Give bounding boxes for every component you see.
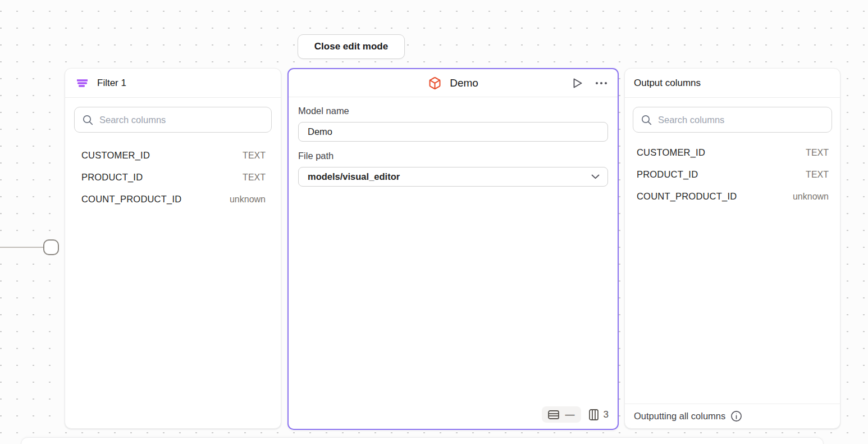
output-panel-header: Output columns bbox=[625, 69, 840, 98]
output-footer-text: Outputting all columns bbox=[634, 411, 725, 422]
connector-port[interactable] bbox=[43, 239, 59, 255]
output-columns-panel: Output columns CUSTOMER_ID TEXT PRODUCT_… bbox=[624, 68, 840, 429]
filter-search-box bbox=[74, 107, 272, 133]
model-panel-header[interactable]: Demo bbox=[289, 69, 618, 97]
column-type: unknown bbox=[793, 192, 829, 202]
row-count-value: — bbox=[565, 410, 575, 419]
column-name: PRODUCT_ID bbox=[81, 172, 143, 183]
search-icon bbox=[83, 115, 93, 125]
output-footer: Outputting all columns bbox=[625, 404, 840, 428]
column-name: PRODUCT_ID bbox=[637, 169, 698, 180]
filter-panel-header[interactable]: Filter 1 bbox=[65, 69, 281, 98]
column-type: TEXT bbox=[806, 148, 829, 158]
close-edit-mode-button[interactable]: Close edit mode bbox=[298, 34, 405, 59]
model-node-panel: Demo Model name File path mo bbox=[287, 68, 619, 430]
column-type: unknown bbox=[230, 194, 266, 205]
list-item[interactable]: CUSTOMER_ID TEXT bbox=[65, 144, 281, 166]
output-panel-title: Output columns bbox=[634, 78, 701, 89]
filter-panel-title: Filter 1 bbox=[97, 78, 126, 89]
model-stats-bar: — 3 bbox=[542, 406, 609, 423]
list-item[interactable]: PRODUCT_ID TEXT bbox=[625, 164, 840, 185]
file-path-select[interactable]: models/visual_editor bbox=[298, 167, 608, 187]
model-name-input[interactable] bbox=[298, 122, 608, 142]
rows-icon bbox=[548, 410, 559, 419]
output-column-list: CUSTOMER_ID TEXT PRODUCT_ID TEXT COUNT_P… bbox=[625, 142, 840, 207]
filter-node-panel: Filter 1 CUSTOMER_ID TEXT PRODUCT_ID TEX… bbox=[65, 68, 281, 429]
file-path-value: models/visual_editor bbox=[308, 171, 400, 182]
column-name: COUNT_PRODUCT_ID bbox=[81, 194, 181, 205]
row-count-pill[interactable]: — bbox=[542, 406, 581, 423]
filter-search-input[interactable] bbox=[99, 115, 271, 125]
column-name: CUSTOMER_ID bbox=[637, 147, 705, 158]
model-name-label: Model name bbox=[298, 106, 608, 116]
filter-icon bbox=[77, 79, 88, 87]
run-model-button[interactable] bbox=[570, 76, 584, 90]
columns-icon bbox=[589, 409, 599, 420]
list-item[interactable]: CUSTOMER_ID TEXT bbox=[625, 142, 840, 164]
filter-column-list: CUSTOMER_ID TEXT PRODUCT_ID TEXT COUNT_P… bbox=[65, 144, 281, 210]
file-path-label: File path bbox=[298, 151, 608, 161]
column-type: TEXT bbox=[243, 151, 266, 161]
list-item[interactable]: COUNT_PRODUCT_ID unknown bbox=[625, 185, 840, 207]
column-name: COUNT_PRODUCT_ID bbox=[637, 191, 737, 202]
column-count-value: 3 bbox=[604, 409, 609, 420]
more-options-button[interactable] bbox=[595, 81, 607, 85]
search-icon bbox=[641, 115, 652, 125]
chevron-down-icon bbox=[591, 174, 600, 179]
list-item[interactable]: COUNT_PRODUCT_ID unknown bbox=[65, 188, 281, 210]
column-count-group: 3 bbox=[589, 409, 609, 420]
output-search-box bbox=[633, 107, 832, 133]
output-search-input[interactable] bbox=[658, 115, 832, 125]
connector-edge bbox=[0, 247, 44, 248]
model-panel-title: Demo bbox=[450, 77, 478, 89]
editor-canvas: Close edit mode Filter 1 CUSTOME bbox=[0, 0, 868, 444]
column-type: TEXT bbox=[806, 170, 829, 180]
column-name: CUSTOMER_ID bbox=[81, 150, 150, 161]
results-panel-edge[interactable] bbox=[21, 437, 824, 444]
column-type: TEXT bbox=[243, 173, 266, 183]
model-cube-icon bbox=[428, 76, 442, 90]
list-item[interactable]: PRODUCT_ID TEXT bbox=[65, 166, 281, 188]
info-icon[interactable] bbox=[730, 410, 742, 422]
